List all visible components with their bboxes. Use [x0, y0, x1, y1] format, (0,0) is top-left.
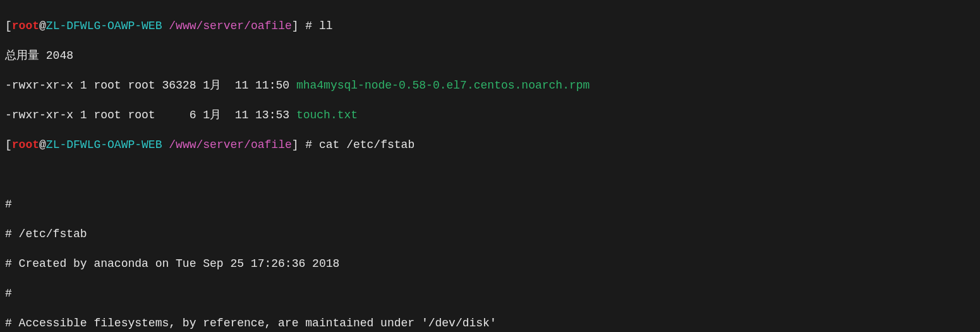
fstab-line: #	[5, 197, 975, 212]
prompt-space	[162, 20, 169, 32]
blank-line	[5, 168, 975, 183]
ll-total: 总用量 2048	[5, 49, 975, 64]
prompt-user: root	[12, 20, 39, 32]
fstab-line: # /etc/fstab	[5, 227, 975, 242]
prompt-host: ZL-DFWLG-OAWP-WEB	[46, 20, 162, 32]
ll-row-1-file: mha4mysql-node-0.58-0.el7.centos.noarch.…	[296, 79, 590, 92]
bracket-open: [	[5, 20, 12, 32]
fstab-line: # Accessible filesystems, by reference, …	[5, 316, 975, 331]
prompt-close: ] #	[292, 20, 319, 32]
ll-row-2: -rwxr-xr-x 1 root root 6 1月 11 13:53 tou…	[5, 108, 975, 123]
fstab-line: # Created by anaconda on Tue Sep 25 17:2…	[5, 257, 975, 272]
ll-row-2-meta: -rwxr-xr-x 1 root root 6 1月 11 13:53	[5, 109, 296, 121]
prompt-path: /www/server/oafile	[169, 20, 291, 32]
ll-row-1-meta: -rwxr-xr-x 1 root root 36328 1月 11 11:50	[5, 79, 296, 92]
prompt-line-2: [root@ZL-DFWLG-OAWP-WEB /www/server/oafi…	[5, 138, 975, 153]
command-ll: ll	[319, 20, 333, 32]
prompt-line-1: [root@ZL-DFWLG-OAWP-WEB /www/server/oafi…	[5, 19, 975, 34]
ll-row-2-file: touch.txt	[296, 109, 358, 121]
ll-row-1: -rwxr-xr-x 1 root root 36328 1月 11 11:50…	[5, 78, 975, 94]
fstab-line: #	[5, 286, 975, 302]
prompt-at: @	[39, 20, 46, 32]
command-cat: cat /etc/fstab	[319, 138, 414, 151]
terminal-window[interactable]: [root@ZL-DFWLG-OAWP-WEB /www/server/oafi…	[0, 0, 980, 332]
